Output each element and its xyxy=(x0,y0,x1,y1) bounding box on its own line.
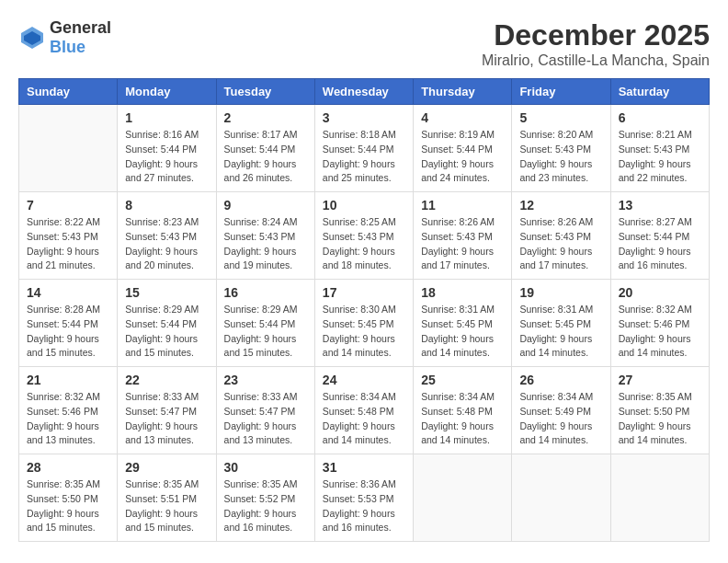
day-number: 17 xyxy=(323,285,405,300)
day-info: Sunrise: 8:26 AMSunset: 5:43 PMDaylight:… xyxy=(421,216,495,270)
day-info: Sunrise: 8:27 AMSunset: 5:44 PMDaylight:… xyxy=(619,216,692,270)
day-number: 8 xyxy=(125,198,208,213)
day-info: Sunrise: 8:18 AMSunset: 5:44 PMDaylight:… xyxy=(323,129,396,183)
day-number: 2 xyxy=(224,110,307,125)
day-info: Sunrise: 8:31 AMSunset: 5:45 PMDaylight:… xyxy=(519,304,593,358)
day-info: Sunrise: 8:35 AMSunset: 5:51 PMDaylight:… xyxy=(125,478,199,533)
day-cell xyxy=(19,105,118,192)
day-cell: 14 Sunrise: 8:28 AMSunset: 5:44 PMDaylig… xyxy=(19,280,118,367)
day-cell: 8 Sunrise: 8:23 AMSunset: 5:43 PMDayligh… xyxy=(118,192,216,280)
header-cell-friday: Friday xyxy=(512,79,610,105)
header: General Blue December 2025 Miralrio, Cas… xyxy=(18,18,710,69)
main-title: December 2025 xyxy=(482,18,710,52)
day-cell: 29 Sunrise: 8:35 AMSunset: 5:51 PMDaylig… xyxy=(118,454,216,542)
day-cell: 2 Sunrise: 8:17 AMSunset: 5:44 PMDayligh… xyxy=(216,105,314,192)
day-number: 31 xyxy=(323,460,405,475)
day-info: Sunrise: 8:21 AMSunset: 5:43 PMDaylight:… xyxy=(619,129,692,183)
day-number: 16 xyxy=(224,285,307,300)
header-cell-tuesday: Tuesday xyxy=(216,79,314,105)
day-cell: 31 Sunrise: 8:36 AMSunset: 5:53 PMDaylig… xyxy=(314,454,413,542)
day-number: 22 xyxy=(125,373,208,387)
day-info: Sunrise: 8:28 AMSunset: 5:44 PMDaylight:… xyxy=(27,304,100,358)
day-info: Sunrise: 8:29 AMSunset: 5:44 PMDaylight:… xyxy=(125,304,199,358)
logo-icon xyxy=(18,24,46,52)
day-cell: 26 Sunrise: 8:34 AMSunset: 5:49 PMDaylig… xyxy=(512,367,610,454)
day-number: 25 xyxy=(421,373,504,387)
day-number: 30 xyxy=(224,460,307,475)
day-info: Sunrise: 8:23 AMSunset: 5:43 PMDaylight:… xyxy=(125,216,199,270)
calendar: SundayMondayTuesdayWednesdayThursdayFrid… xyxy=(18,78,710,542)
day-cell: 11 Sunrise: 8:26 AMSunset: 5:43 PMDaylig… xyxy=(414,192,512,280)
day-number: 18 xyxy=(421,285,504,300)
day-number: 4 xyxy=(421,110,504,125)
day-number: 10 xyxy=(323,198,405,213)
day-number: 20 xyxy=(619,285,701,300)
day-cell: 22 Sunrise: 8:33 AMSunset: 5:47 PMDaylig… xyxy=(118,367,216,454)
day-info: Sunrise: 8:30 AMSunset: 5:45 PMDaylight:… xyxy=(323,304,396,358)
header-cell-saturday: Saturday xyxy=(610,79,709,105)
day-number: 29 xyxy=(125,460,208,475)
day-info: Sunrise: 8:19 AMSunset: 5:44 PMDaylight:… xyxy=(421,129,495,183)
day-cell: 30 Sunrise: 8:35 AMSunset: 5:52 PMDaylig… xyxy=(216,454,314,542)
week-row-3: 21 Sunrise: 8:32 AMSunset: 5:46 PMDaylig… xyxy=(19,367,710,454)
day-cell: 23 Sunrise: 8:33 AMSunset: 5:47 PMDaylig… xyxy=(216,367,314,454)
logo-text-general: General xyxy=(50,18,111,37)
day-number: 24 xyxy=(323,373,405,387)
day-number: 9 xyxy=(224,198,307,213)
day-cell: 3 Sunrise: 8:18 AMSunset: 5:44 PMDayligh… xyxy=(314,105,413,192)
day-info: Sunrise: 8:24 AMSunset: 5:43 PMDaylight:… xyxy=(224,216,298,270)
day-cell: 18 Sunrise: 8:31 AMSunset: 5:45 PMDaylig… xyxy=(414,280,512,367)
day-cell: 13 Sunrise: 8:27 AMSunset: 5:44 PMDaylig… xyxy=(610,192,709,280)
day-number: 15 xyxy=(125,285,208,300)
day-info: Sunrise: 8:34 AMSunset: 5:48 PMDaylight:… xyxy=(421,391,495,445)
header-row: SundayMondayTuesdayWednesdayThursdayFrid… xyxy=(19,79,710,105)
day-cell: 4 Sunrise: 8:19 AMSunset: 5:44 PMDayligh… xyxy=(414,105,512,192)
day-info: Sunrise: 8:35 AMSunset: 5:50 PMDaylight:… xyxy=(27,478,100,533)
day-number: 13 xyxy=(619,198,701,213)
day-info: Sunrise: 8:34 AMSunset: 5:49 PMDaylight:… xyxy=(519,391,593,445)
day-cell: 1 Sunrise: 8:16 AMSunset: 5:44 PMDayligh… xyxy=(118,105,216,192)
day-cell xyxy=(414,454,512,542)
header-cell-wednesday: Wednesday xyxy=(314,79,413,105)
day-info: Sunrise: 8:33 AMSunset: 5:47 PMDaylight:… xyxy=(125,391,199,445)
header-cell-sunday: Sunday xyxy=(19,79,118,105)
day-cell: 12 Sunrise: 8:26 AMSunset: 5:43 PMDaylig… xyxy=(512,192,610,280)
day-cell: 10 Sunrise: 8:25 AMSunset: 5:43 PMDaylig… xyxy=(314,192,413,280)
day-info: Sunrise: 8:34 AMSunset: 5:48 PMDaylight:… xyxy=(323,391,396,445)
week-row-0: 1 Sunrise: 8:16 AMSunset: 5:44 PMDayligh… xyxy=(19,105,710,192)
day-cell xyxy=(512,454,610,542)
day-cell: 28 Sunrise: 8:35 AMSunset: 5:50 PMDaylig… xyxy=(19,454,118,542)
day-info: Sunrise: 8:31 AMSunset: 5:45 PMDaylight:… xyxy=(421,304,495,358)
day-info: Sunrise: 8:29 AMSunset: 5:44 PMDaylight:… xyxy=(224,304,298,358)
day-number: 12 xyxy=(519,198,602,213)
day-cell: 19 Sunrise: 8:31 AMSunset: 5:45 PMDaylig… xyxy=(512,280,610,367)
header-cell-monday: Monday xyxy=(118,79,216,105)
day-info: Sunrise: 8:20 AMSunset: 5:43 PMDaylight:… xyxy=(519,129,593,183)
day-cell: 24 Sunrise: 8:34 AMSunset: 5:48 PMDaylig… xyxy=(314,367,413,454)
day-info: Sunrise: 8:22 AMSunset: 5:43 PMDaylight:… xyxy=(27,216,100,270)
day-info: Sunrise: 8:16 AMSunset: 5:44 PMDaylight:… xyxy=(125,129,199,183)
day-cell: 6 Sunrise: 8:21 AMSunset: 5:43 PMDayligh… xyxy=(610,105,709,192)
day-cell: 25 Sunrise: 8:34 AMSunset: 5:48 PMDaylig… xyxy=(414,367,512,454)
day-info: Sunrise: 8:32 AMSunset: 5:46 PMDaylight:… xyxy=(27,391,100,445)
header-cell-thursday: Thursday xyxy=(414,79,512,105)
logo: General Blue xyxy=(18,18,111,57)
title-area: December 2025 Miralrio, Castille-La Manc… xyxy=(482,18,710,69)
day-number: 1 xyxy=(125,110,208,125)
week-row-4: 28 Sunrise: 8:35 AMSunset: 5:50 PMDaylig… xyxy=(19,454,710,542)
calendar-body: 1 Sunrise: 8:16 AMSunset: 5:44 PMDayligh… xyxy=(19,105,710,542)
day-info: Sunrise: 8:25 AMSunset: 5:43 PMDaylight:… xyxy=(323,216,396,270)
day-cell: 20 Sunrise: 8:32 AMSunset: 5:46 PMDaylig… xyxy=(610,280,709,367)
week-row-1: 7 Sunrise: 8:22 AMSunset: 5:43 PMDayligh… xyxy=(19,192,710,280)
day-cell xyxy=(610,454,709,542)
day-info: Sunrise: 8:36 AMSunset: 5:53 PMDaylight:… xyxy=(323,478,396,533)
day-cell: 27 Sunrise: 8:35 AMSunset: 5:50 PMDaylig… xyxy=(610,367,709,454)
day-number: 21 xyxy=(27,373,109,387)
day-info: Sunrise: 8:33 AMSunset: 5:47 PMDaylight:… xyxy=(224,391,298,445)
logo-text-blue: Blue xyxy=(50,38,85,56)
day-info: Sunrise: 8:17 AMSunset: 5:44 PMDaylight:… xyxy=(224,129,298,183)
day-info: Sunrise: 8:32 AMSunset: 5:46 PMDaylight:… xyxy=(619,304,692,358)
day-number: 5 xyxy=(519,110,602,125)
day-number: 23 xyxy=(224,373,307,387)
day-cell: 15 Sunrise: 8:29 AMSunset: 5:44 PMDaylig… xyxy=(118,280,216,367)
